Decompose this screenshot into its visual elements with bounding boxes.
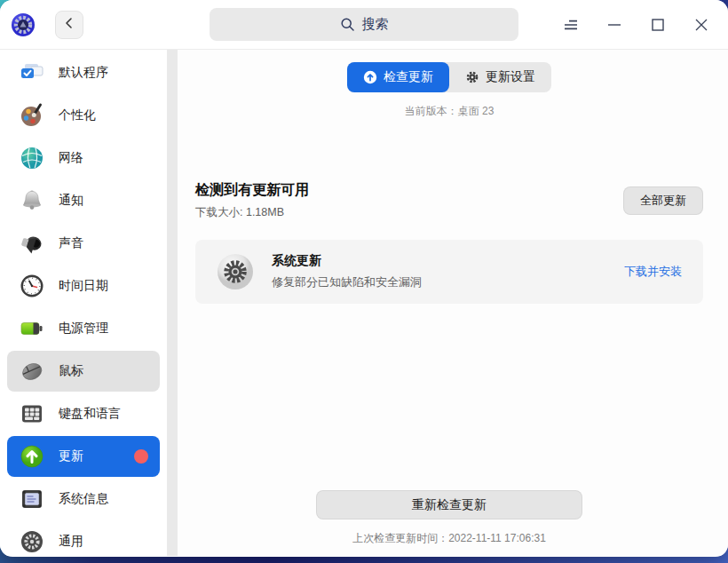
arrow-up-circle-icon xyxy=(363,70,377,84)
sidebar-item-label: 键盘和语言 xyxy=(59,406,121,422)
system-update-title: 系统更新 xyxy=(272,253,422,269)
mouse-icon xyxy=(18,357,46,385)
battery-icon xyxy=(18,314,46,343)
update-page: 检查更新 更新设置 当前版本：桌面 23 检测到有更新可用 下载大小: 1.18… xyxy=(178,50,728,556)
update-notification-badge xyxy=(134,449,148,464)
titlebar: 搜索 xyxy=(0,0,728,50)
clock-icon xyxy=(18,272,46,300)
sidebar-item-label: 系统信息 xyxy=(59,491,108,507)
system-info-icon xyxy=(18,485,46,513)
general-gear-icon xyxy=(18,527,46,556)
tab-label: 更新设置 xyxy=(486,69,535,85)
search-icon xyxy=(340,17,355,32)
settings-window: 搜索 xyxy=(0,0,728,557)
maximize-button[interactable] xyxy=(642,9,674,41)
maximize-icon xyxy=(650,17,666,33)
window-controls xyxy=(555,9,719,41)
update-icon xyxy=(18,442,46,471)
sidebar-main-divider xyxy=(167,50,178,556)
search-placeholder: 搜索 xyxy=(362,16,389,33)
update-status-text: 检测到有更新可用 下载大小: 1.18MB xyxy=(195,181,309,220)
download-install-link[interactable]: 下载并安装 xyxy=(624,264,682,280)
sidebar-item-power[interactable]: 电源管理 xyxy=(7,308,160,349)
sidebar-item-label: 更新 xyxy=(59,448,83,464)
keyboard-icon xyxy=(18,400,46,428)
sidebar-item-label: 通知 xyxy=(59,193,83,209)
download-size-text: 下载大小: 1.18MB xyxy=(195,205,309,220)
sidebar-item-keyboard[interactable]: 键盘和语言 xyxy=(7,393,160,434)
speaker-icon xyxy=(18,229,46,258)
network-icon xyxy=(18,144,46,172)
sidebar-item-network[interactable]: 网络 xyxy=(7,138,160,178)
sidebar-item-sound[interactable]: 声音 xyxy=(7,223,160,264)
minimize-icon xyxy=(606,17,622,33)
close-icon xyxy=(693,17,709,33)
chevron-left-icon xyxy=(61,15,77,34)
sidebar-item-update[interactable]: 更新 xyxy=(7,436,160,477)
recheck-updates-button[interactable]: 重新检查更新 xyxy=(316,490,582,519)
tab-update-settings[interactable]: 更新设置 xyxy=(449,62,551,92)
sidebar: 默认程序 个性化 xyxy=(0,50,167,556)
sidebar-item-system-info[interactable]: 系统信息 xyxy=(7,479,160,519)
update-available-title: 检测到有更新可用 xyxy=(195,181,309,200)
update-tab-group: 检查更新 更新设置 xyxy=(347,62,551,92)
sidebar-item-general[interactable]: 通用 xyxy=(7,521,160,557)
current-version-text: 当前版本：桌面 23 xyxy=(195,104,703,119)
app-logo-icon xyxy=(11,12,36,37)
sidebar-item-label: 网络 xyxy=(59,150,83,166)
sidebar-item-label: 鼠标 xyxy=(59,363,83,379)
update-status-row: 检测到有更新可用 下载大小: 1.18MB 全部更新 xyxy=(195,181,703,220)
system-update-card: 系统更新 修复部分已知缺陷和安全漏洞 下载并安装 xyxy=(195,240,703,304)
back-button[interactable] xyxy=(55,11,83,39)
sidebar-item-label: 默认程序 xyxy=(59,65,108,81)
menu-icon xyxy=(562,16,580,34)
minimize-button[interactable] xyxy=(598,9,630,41)
sidebar-item-label: 电源管理 xyxy=(59,321,108,337)
sidebar-item-notification[interactable]: 通知 xyxy=(7,180,160,221)
window-body: 默认程序 个性化 xyxy=(0,50,728,556)
close-button[interactable] xyxy=(685,9,717,41)
sidebar-item-datetime[interactable]: 时间日期 xyxy=(7,266,160,306)
sidebar-item-label: 时间日期 xyxy=(59,278,108,294)
sidebar-item-label: 个性化 xyxy=(59,107,96,123)
tab-check-updates[interactable]: 检查更新 xyxy=(347,62,449,92)
last-check-time-text: 上次检查更新时间：2022-11-11 17:06:31 xyxy=(195,531,703,546)
update-all-button[interactable]: 全部更新 xyxy=(623,186,703,215)
menu-button[interactable] xyxy=(555,9,587,41)
system-update-texts: 系统更新 修复部分已知缺陷和安全漏洞 xyxy=(272,253,422,290)
sidebar-item-default-apps[interactable]: 默认程序 xyxy=(7,52,160,93)
search-input[interactable]: 搜索 xyxy=(210,8,518,41)
system-update-description: 修复部分已知缺陷和安全漏洞 xyxy=(272,274,422,290)
sidebar-item-mouse[interactable]: 鼠标 xyxy=(7,351,160,392)
sidebar-item-personalization[interactable]: 个性化 xyxy=(7,95,160,136)
notification-bell-icon xyxy=(18,186,46,215)
gear-icon xyxy=(465,70,479,84)
tab-label: 检查更新 xyxy=(384,69,433,85)
default-apps-icon xyxy=(18,59,46,87)
sidebar-item-label: 声音 xyxy=(59,235,83,251)
system-update-gear-icon xyxy=(217,253,254,290)
personalization-icon xyxy=(18,101,46,130)
sidebar-item-label: 通用 xyxy=(59,534,83,550)
